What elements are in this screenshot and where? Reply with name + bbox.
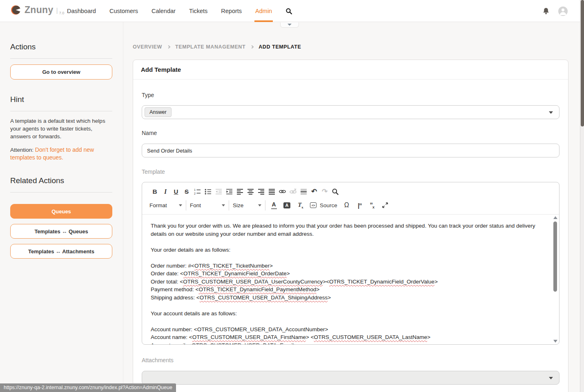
name-input[interactable] <box>142 144 559 157</box>
type-selected-chip[interactable]: Answer <box>145 107 172 117</box>
chevron-down-icon <box>549 111 553 114</box>
unlink-icon[interactable] <box>288 187 298 196</box>
editor-blank-line <box>151 238 541 246</box>
source-icon: <> <box>310 202 317 208</box>
align-left-icon[interactable] <box>234 187 245 196</box>
znuny-logo[interactable]: Znuny | 7.0 <box>10 4 64 16</box>
outdent-icon[interactable] <box>213 187 224 196</box>
nav-item-dashboard[interactable]: Dashboard <box>67 0 96 22</box>
avatar[interactable] <box>558 7 568 16</box>
template-label: Template <box>142 168 559 175</box>
find-icon[interactable] <box>330 187 341 196</box>
toolbar-row-2: Format Font Size A A <box>149 200 552 210</box>
editor-content[interactable]: Thank you for your order with us. We are… <box>142 215 559 344</box>
justify-icon[interactable] <box>266 187 277 196</box>
toolbar-row-1: B I U S 12 <box>149 187 552 196</box>
size-select[interactable]: Size <box>233 200 261 210</box>
znuny-logo-icon <box>10 4 21 16</box>
svg-text:2: 2 <box>194 192 196 195</box>
editor-text-line: Account email: <OTRS_CUSTOMER_USER_DATA_… <box>151 341 541 345</box>
nav-item-customers[interactable]: Customers <box>109 0 138 22</box>
notifications-bell-icon[interactable] <box>542 7 550 15</box>
special-character-icon[interactable]: Ω <box>341 201 352 210</box>
italic-icon[interactable]: I <box>160 187 171 196</box>
redo-icon[interactable]: ↷ <box>319 187 330 196</box>
search-icon[interactable] <box>285 0 292 22</box>
name-label: Name <box>142 130 559 136</box>
scroll-up-icon[interactable] <box>553 216 557 219</box>
breadcrumb-template-management[interactable]: TEMPLATE MANAGEMENT <box>175 44 245 50</box>
queues-button[interactable]: Queues <box>10 204 112 219</box>
editor-text-line: Thank you for your order with us. We are… <box>151 222 541 238</box>
attachments-select[interactable] <box>142 371 559 385</box>
page-scrollbar[interactable] <box>580 0 584 392</box>
editor-blank-line <box>151 317 541 326</box>
nav-item-tickets[interactable]: Tickets <box>189 0 207 22</box>
related-actions-buttons: Queues Templates ↔ Queues Templates ↔ At… <box>10 204 112 259</box>
link-icon[interactable] <box>277 187 288 196</box>
breadcrumb-add-template: ADD TEMPLATE <box>259 44 301 50</box>
logo-text: Znuny <box>25 4 53 16</box>
scroll-down-icon[interactable] <box>553 340 557 343</box>
undo-icon[interactable]: ↶ <box>309 187 319 196</box>
main-nav: Dashboard Customers Calendar Tickets Rep… <box>67 0 292 22</box>
chevron-right-icon <box>250 45 254 48</box>
go-to-overview-button[interactable]: Go to overview <box>10 64 112 80</box>
hint-title: Hint <box>10 95 112 104</box>
templates-queues-button[interactable]: Templates ↔ Queues <box>10 224 112 239</box>
source-button[interactable]: <> Source <box>309 201 338 210</box>
quote-remove-icon[interactable]: ”x <box>367 201 377 210</box>
divider <box>10 111 112 111</box>
horizontal-rule-icon[interactable] <box>298 187 309 196</box>
panel-body: Type Answer Name Template B I U <box>133 80 568 392</box>
rich-text-editor: B I U S 12 <box>142 182 559 345</box>
editor-text-line: Order date: <OTRS_TICKET_DynamicField_Or… <box>151 270 541 278</box>
logo-separator: | <box>56 7 58 14</box>
numbered-list-icon[interactable]: 12 <box>192 187 203 196</box>
nav-item-reports[interactable]: Reports <box>221 0 242 22</box>
toolbar-separator <box>229 200 229 210</box>
text-color-icon[interactable]: A <box>269 201 280 210</box>
indent-icon[interactable] <box>224 187 234 196</box>
editor-text-line: Shipping address: <OTRS_CUSTOMER_USER_DA… <box>151 294 541 302</box>
sidebar: Actions Go to overview Hint A template i… <box>0 22 123 392</box>
underline-icon[interactable]: U <box>171 187 181 196</box>
logo-version: 7.0 <box>59 11 65 15</box>
nav-item-admin[interactable]: Admin <box>255 0 272 22</box>
strikethrough-icon[interactable]: S <box>181 187 192 196</box>
page-scrollbar-thumb[interactable] <box>581 0 584 126</box>
templates-attachments-button[interactable]: Templates ↔ Attachments <box>10 244 112 259</box>
attention-label: Attention: <box>10 147 33 153</box>
background-color-icon[interactable]: A <box>282 201 293 210</box>
navbar-collapse-toggle[interactable] <box>280 22 299 28</box>
editor-scrollbar-thumb[interactable] <box>553 221 557 292</box>
chevron-down-icon <box>288 24 292 26</box>
nav-item-calendar[interactable]: Calendar <box>152 0 176 22</box>
top-navbar: Znuny | 7.0 Dashboard Customers Calendar… <box>0 0 584 22</box>
editor-text-line: Order total: <OTRS_CUSTOMER_USER_DATA_Us… <box>151 278 541 286</box>
editor-text-line: Your account details are as follows: <box>151 310 541 318</box>
type-label: Type <box>142 92 559 98</box>
chevron-down-icon <box>222 204 225 206</box>
editor-scrollbar[interactable] <box>553 216 558 343</box>
editor-text-line: Your order details are as follows: <box>151 246 541 254</box>
chevron-down-icon <box>258 204 261 206</box>
chevron-down-icon <box>549 377 553 379</box>
editor-toolbar: B I U S 12 <box>142 182 559 215</box>
format-select[interactable]: Format <box>149 200 182 210</box>
editor-blank-line <box>151 301 541 310</box>
align-center-icon[interactable] <box>245 187 256 196</box>
font-select[interactable]: Font <box>190 200 225 210</box>
bold-icon[interactable]: B <box>149 187 160 196</box>
editor-content-lines: Thank you for your order with us. We are… <box>151 222 541 344</box>
remove-format-icon[interactable]: Tx <box>295 201 306 210</box>
toolbar-separator <box>265 200 265 210</box>
quote-insert-icon[interactable]: |” <box>354 201 365 210</box>
maximize-icon[interactable] <box>380 201 390 210</box>
type-select[interactable]: Answer <box>142 105 559 119</box>
breadcrumb-overview[interactable]: OVERVIEW <box>133 44 162 50</box>
align-right-icon[interactable] <box>256 187 266 196</box>
bulleted-list-icon[interactable] <box>203 187 213 196</box>
toolbar-separator <box>186 200 186 210</box>
related-actions-title: Related Actions <box>10 176 112 185</box>
